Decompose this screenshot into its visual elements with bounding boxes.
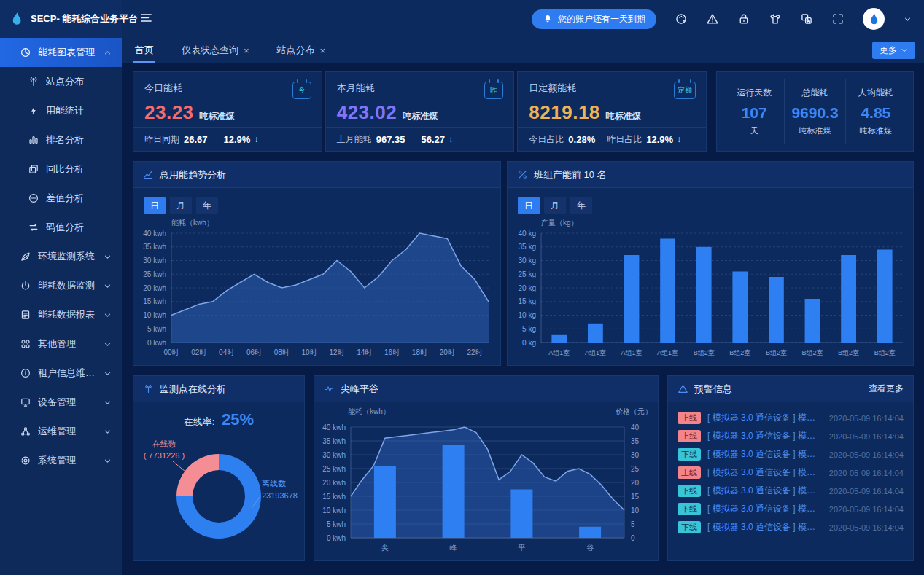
svg-text:10 kwh: 10 kwh [322, 506, 346, 515]
peak-card-title: 尖峰平谷 [341, 383, 378, 396]
svg-text:30: 30 [631, 451, 640, 459]
period-tab-日[interactable]: 日 [144, 197, 166, 214]
alert-text: [ 模拟器 3.0 通信设备 ] 模拟器 3.0... [707, 503, 823, 515]
report-icon [20, 309, 31, 321]
period-tab-年[interactable]: 年 [570, 197, 592, 214]
stat-card-0: 今日能耗 今 23.23吨标准煤 昨日同期26.6712.9%↓ [133, 71, 322, 152]
account-expiry-notice[interactable]: 您的账户还有一天到期 [532, 9, 656, 29]
stat-title: 今日能耗 [144, 82, 311, 95]
period-tab-月[interactable]: 月 [544, 197, 566, 214]
trend-chart-card: 总用能趋势分析 日月年 0 kwh5 kwh10 kwh15 kwh20 kwh… [133, 161, 501, 366]
palette-icon [675, 12, 688, 26]
svg-text:( 7731226 ): ( 7731226 ) [144, 451, 185, 460]
sidebar-item-4[interactable]: 其他管理 [0, 329, 122, 359]
svg-text:A组1室: A组1室 [657, 349, 678, 356]
alert-row-4[interactable]: 下线 [ 模拟器 3.0 通信设备 ] 模拟器 3.0... 2020-05-0… [678, 482, 904, 500]
sidebar-item-3[interactable]: 能耗数据报表 [0, 300, 122, 329]
sidebar-item-label: 设备管理 [38, 396, 97, 409]
sidebar-item-label: 能耗图表管理 [38, 46, 97, 59]
alert-row-0[interactable]: 上线 [ 模拟器 3.0 通信设备 ] 模拟器 3.0... 2020-05-0… [678, 409, 904, 427]
alert-row-6[interactable]: 下线 [ 模拟器 3.0 通信设备 ] 模拟器 3.0... 2020-05-0… [678, 518, 904, 536]
tab-close-icon[interactable]: × [244, 46, 249, 55]
lock-button[interactable] [737, 12, 750, 26]
alerts-more-link[interactable]: 查看更多 [869, 383, 904, 395]
summary-col: 运行天数107天 [724, 79, 784, 144]
shirt-icon [769, 12, 782, 26]
tab-0[interactable]: 首页 [135, 38, 154, 63]
sidebar-item-8[interactable]: 系统管理 [0, 446, 122, 475]
trend-card-title: 总用能趋势分析 [160, 168, 226, 181]
period-tab-月[interactable]: 月 [170, 197, 192, 214]
summary-col: 总能耗9690.3吨标准煤 [784, 79, 845, 144]
sidebar-subitem-0-0[interactable]: 站点分布 [0, 67, 122, 96]
arrow-down-icon: ↓ [254, 134, 258, 144]
stats-row: 今日能耗 今 23.23吨标准煤 昨日同期26.6712.9%↓本月能耗 昨 4… [133, 71, 914, 152]
combo-chart-svg: 0 kwh05 kwh510 kwh1015 kwh1520 kwh2025 k… [314, 402, 658, 557]
stat-unit: 吨标准煤 [606, 111, 641, 121]
tab-2[interactable]: 站点分布× [277, 38, 326, 63]
alert-time: 2020-05-09 16:14:04 [829, 523, 904, 532]
sidebar-subitem-0-1[interactable]: 用能统计 [0, 96, 122, 125]
user-menu-caret[interactable] [903, 15, 912, 24]
status-badge: 下线 [678, 448, 701, 461]
period-tab-年[interactable]: 年 [196, 197, 218, 214]
chevron-down-icon [104, 253, 112, 261]
svg-text:20时: 20时 [440, 348, 455, 356]
translate-button[interactable] [800, 12, 813, 26]
fullscreen-button[interactable] [831, 12, 845, 26]
bell-icon [543, 14, 553, 24]
tab-close-icon[interactable]: × [320, 46, 326, 55]
svg-text:谷: 谷 [586, 544, 594, 552]
chevron-down-icon [104, 282, 112, 290]
warning-triangle-icon [706, 12, 719, 26]
alert-time: 2020-05-09 16:14:04 [829, 432, 904, 441]
chevron-down-icon [104, 369, 112, 378]
alert-list: 上线 [ 模拟器 3.0 通信设备 ] 模拟器 3.0... 2020-05-0… [668, 402, 913, 536]
stat-footer-item: 今日占比0.28% [529, 133, 595, 146]
shirt-button[interactable] [769, 12, 782, 26]
alerts-card-title: 预警信息 [694, 383, 732, 396]
sidebar-item-label: 能耗数据报表 [38, 308, 97, 321]
sidebar-item-2[interactable]: 能耗数据监测 [0, 271, 122, 300]
sidebar-subitem-0-2[interactable]: 排名分析 [0, 125, 122, 154]
svg-text:10: 10 [631, 506, 640, 515]
warning-triangle-button[interactable] [706, 12, 719, 26]
svg-text:12时: 12时 [329, 348, 344, 356]
chevron-down-icon [104, 428, 112, 436]
sidebar-item-1[interactable]: 环境监测系统 [0, 242, 122, 271]
alert-row-1[interactable]: 上线 [ 模拟器 3.0 通信设备 ] 模拟器 3.0... 2020-05-0… [678, 427, 904, 445]
sidebar-item-5[interactable]: 租户信息维护管理 [0, 359, 122, 388]
alert-row-2[interactable]: 下线 [ 模拟器 3.0 通信设备 ] 模拟器 3.0... 2020-05-0… [678, 445, 904, 463]
tab-1[interactable]: 仪表状态查询× [182, 38, 249, 63]
sidebar-menu: 能耗图表管理站点分布用能统计排名分析同比分析差值分析码值分析环境监测系统能耗数据… [0, 38, 122, 475]
alert-row-3[interactable]: 上线 [ 模拟器 3.0 通信设备 ] 模拟器 3.0... 2020-05-0… [678, 463, 904, 482]
palette-button[interactable] [675, 12, 688, 26]
sidebar-collapse-button[interactable] [136, 8, 156, 30]
sidebar-item-label: 系统管理 [38, 454, 97, 467]
svg-text:0: 0 [631, 534, 635, 542]
sidebar-subitem-0-5[interactable]: 码值分析 [0, 213, 122, 242]
sidebar-item-7[interactable]: 运维管理 [0, 417, 122, 446]
online-rate: 在线率: 25% [133, 402, 304, 429]
chevron-down-icon [903, 15, 912, 24]
alert-time: 2020-05-09 16:14:04 [829, 450, 904, 459]
team-output-chart-card: 班组产能前 10 名 日月年 0 kg5 kg10 kg15 kg20 kg25… [507, 161, 914, 366]
online-donut-chart: 在线数( 7731226 )离线数23193678 [133, 429, 304, 560]
summary-unit: 吨标准煤 [846, 125, 906, 136]
more-button[interactable]: 更多 [872, 42, 915, 59]
sidebar-item-6[interactable]: 设备管理 [0, 388, 122, 417]
svg-text:20 kwh: 20 kwh [143, 284, 166, 292]
sidebar-subitem-0-4[interactable]: 差值分析 [0, 184, 122, 213]
online-card-title: 监测点在线分析 [160, 383, 226, 396]
svg-text:25: 25 [631, 465, 640, 473]
alert-row-5[interactable]: 下线 [ 模拟器 3.0 通信设备 ] 模拟器 3.0... 2020-05-0… [678, 500, 904, 518]
svg-text:5 kg: 5 kg [522, 325, 536, 333]
avatar[interactable] [863, 8, 885, 30]
status-badge: 上线 [678, 466, 701, 479]
sidebar-subitem-0-3[interactable]: 同比分析 [0, 154, 122, 184]
app-logo: SECP- 能耗综合业务平台 [0, 0, 122, 38]
period-tab-日[interactable]: 日 [518, 197, 540, 214]
sidebar-item-0[interactable]: 能耗图表管理 [0, 38, 122, 67]
alert-text: [ 模拟器 3.0 通信设备 ] 模拟器 3.0... [707, 521, 823, 533]
stat-footer-item: 昨日占比12.9%↓ [607, 133, 681, 146]
